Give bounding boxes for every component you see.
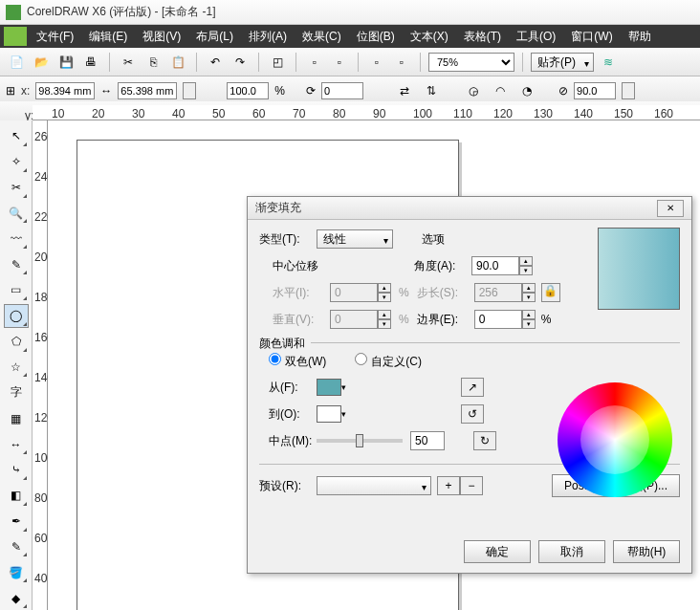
fill-tool[interactable]: 🪣 [4, 560, 29, 584]
effects-tool[interactable]: ◧ [4, 484, 29, 508]
pct-e: % [541, 313, 552, 326]
import-icon[interactable]: ◰ [267, 52, 288, 73]
menu-view[interactable]: 视图(V) [135, 25, 188, 48]
preset-combo[interactable] [317, 476, 431, 495]
snap-combo[interactable]: 贴齐(P) [531, 53, 594, 72]
redo-icon[interactable]: ↷ [230, 52, 251, 73]
save-icon[interactable]: 💾 [55, 52, 77, 73]
wedge-icon[interactable]: ◔ [516, 80, 537, 101]
ellipse-tool[interactable]: ◯ [4, 304, 29, 328]
twocolor-radio[interactable]: 双色(W) [269, 353, 326, 370]
menu-help[interactable]: 帮助 [621, 25, 659, 48]
lock-icon[interactable]: 🔒 [541, 283, 560, 302]
menu-bitmap[interactable]: 位图(B) [349, 25, 403, 48]
crop-tool[interactable]: ✂ [4, 176, 29, 200]
tb-icon-1[interactable]: ▫ [304, 52, 325, 73]
open-icon[interactable]: 📂 [31, 52, 52, 73]
sx-input[interactable] [227, 82, 269, 99]
menu-edit[interactable]: 编辑(E) [81, 25, 135, 48]
ang1-input[interactable] [574, 82, 616, 99]
paste-icon[interactable]: 📋 [167, 52, 188, 73]
pick-tool[interactable]: ↖ [4, 124, 29, 148]
outline-tool[interactable]: ✎ [4, 535, 29, 559]
copy-icon[interactable]: ⎘ [142, 52, 164, 73]
ok-button[interactable]: 确定 [464, 540, 531, 563]
x-input[interactable] [35, 82, 95, 99]
polygon-tool[interactable]: ⬠ [4, 330, 29, 354]
arc-icon[interactable]: ◠ [490, 80, 511, 101]
angle-input[interactable] [471, 256, 519, 275]
connector-tool[interactable]: ⤷ [4, 458, 29, 482]
help-button[interactable]: 帮助(H) [613, 540, 680, 563]
tb-icon-5[interactable]: ≋ [598, 52, 619, 73]
undo-icon[interactable]: ↶ [205, 52, 226, 73]
menu-file[interactable]: 文件(F) [29, 25, 81, 48]
menu-arrange[interactable]: 排列(A) [241, 25, 295, 48]
pie-icon[interactable]: ◶ [463, 80, 484, 101]
size-icon: ↔ [100, 84, 112, 98]
horiz-spin: ▴▾ [378, 283, 391, 302]
preset-del-icon[interactable]: − [460, 476, 483, 495]
from-swatch[interactable] [317, 379, 341, 396]
vert-spin: ▴▾ [378, 310, 391, 329]
mid-slider[interactable] [317, 439, 403, 443]
tb-icon-2[interactable]: ▫ [329, 52, 350, 73]
to-swatch[interactable] [317, 405, 341, 423]
edge-label: 边界(E): [417, 312, 474, 328]
table-tool[interactable]: ▦ [4, 406, 29, 430]
menu-window[interactable]: 窗口(W) [563, 25, 620, 48]
cancel-button[interactable]: 取消 [538, 540, 605, 563]
dialog-title: 渐变填充 [255, 200, 657, 216]
menu-text[interactable]: 文本(X) [403, 25, 456, 48]
dimension-tool[interactable]: ↔ [4, 432, 29, 456]
w-spin[interactable] [183, 82, 196, 99]
path-direct-icon[interactable]: ↗ [461, 378, 484, 397]
edge-spin[interactable]: ▴▾ [522, 310, 536, 329]
tb-icon-4[interactable]: ▫ [391, 52, 412, 73]
steps-input [474, 283, 522, 302]
text-tool[interactable]: 字 [4, 381, 29, 404]
path-ccw-icon[interactable]: ↺ [461, 404, 484, 424]
a1-spin[interactable] [622, 82, 635, 99]
rect-tool[interactable]: ▭ [4, 278, 29, 302]
menu-layout[interactable]: 布局(L) [188, 25, 241, 48]
menu-table[interactable]: 表格(T) [456, 25, 509, 48]
new-icon[interactable]: 📄 [6, 52, 27, 73]
zoom-combo[interactable]: 75% [428, 53, 514, 72]
menu-effects[interactable]: 效果(C) [295, 25, 349, 48]
vert-label: 垂直(V): [273, 312, 330, 328]
shapes-tool[interactable]: ☆ [4, 356, 29, 380]
zoom-tool[interactable]: 🔍 [4, 202, 29, 226]
mirror-h-icon[interactable]: ⇄ [394, 80, 415, 101]
fountain-fill-dialog: 渐变填充 ✕ 类型(T): 线性 选项 中心位移 角度(A): ▴▾ 水平(I)… [247, 196, 692, 574]
steps-label: 步长(S): [417, 285, 474, 301]
edge-input[interactable] [474, 310, 522, 329]
preset-add-icon[interactable]: + [437, 476, 460, 495]
custom-radio[interactable]: 自定义(C) [355, 353, 422, 370]
shape-tool[interactable]: ✧ [4, 150, 29, 174]
rot-input[interactable] [321, 82, 363, 99]
app-icon [4, 27, 27, 46]
options-label: 选项 [422, 231, 445, 248]
menubar: 文件(F) 编辑(E) 视图(V) 布局(L) 排列(A) 效果(C) 位图(B… [0, 25, 700, 48]
angle-spin[interactable]: ▴▾ [519, 256, 533, 275]
print-icon[interactable]: 🖶 [80, 52, 101, 73]
mid-input[interactable] [410, 431, 445, 450]
interactive-fill-tool[interactable]: ◆ [4, 586, 29, 610]
preview-swatch [598, 228, 680, 310]
path-cw-icon[interactable]: ↻ [473, 431, 496, 450]
cut-icon[interactable]: ✂ [118, 52, 139, 73]
ruler-vertical: 260240220200180160140120100806040 [33, 120, 48, 610]
dialog-titlebar[interactable]: 渐变填充 ✕ [248, 197, 691, 220]
smart-tool[interactable]: ✎ [4, 252, 29, 276]
tb-icon-3[interactable]: ▫ [366, 52, 387, 73]
type-combo[interactable]: 线性 [317, 229, 393, 249]
color-wheel[interactable] [558, 382, 672, 497]
blend-label: 颜色调和 [259, 336, 311, 352]
close-icon[interactable]: ✕ [657, 200, 684, 217]
mirror-v-icon[interactable]: ⇅ [421, 80, 442, 101]
freehand-tool[interactable]: 〰 [4, 227, 29, 251]
eyedropper-tool[interactable]: ✒ [4, 510, 29, 534]
menu-tools[interactable]: 工具(O) [509, 25, 563, 48]
w-input[interactable] [118, 82, 177, 99]
